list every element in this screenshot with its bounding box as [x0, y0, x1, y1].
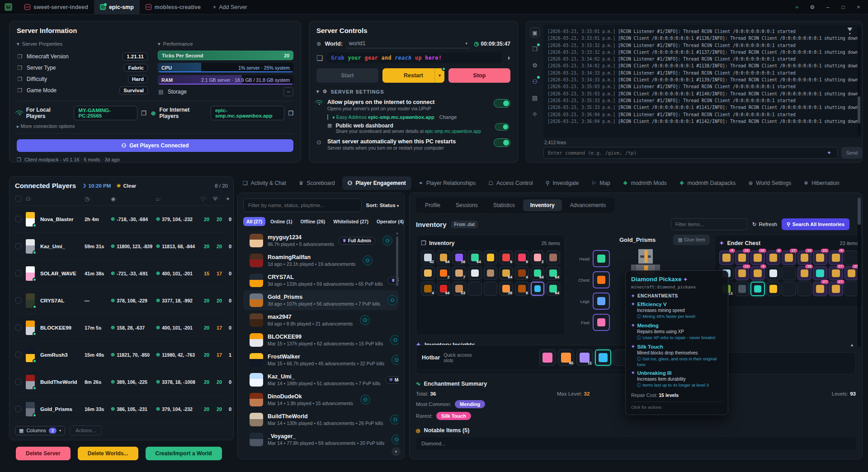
main-tab[interactable]: ☖ Access Control [483, 176, 538, 190]
server-settings-header[interactable]: ▾⚙SERVER SETTINGS [316, 89, 510, 94]
server-tab[interactable]: mobless-creative [140, 0, 207, 14]
engagement-list-item[interactable]: max2947 6d ago • 8.8h played • 21 advanc… [243, 310, 399, 330]
give-item-button[interactable]: ▦ Give Item [673, 235, 710, 245]
sort-select[interactable]: Sort: Status ▾ [366, 203, 399, 208]
engagement-list-item[interactable]: Kaz_Umi_ Mar 14 • 198h played • 51 advan… [243, 370, 399, 390]
refresh-button[interactable]: ↻Refresh [752, 221, 777, 227]
engagement-list-item[interactable]: DinoDudeOk Mar 14 • 1.8h played • 15 adv… [243, 390, 399, 410]
player-row[interactable]: SOLAR_WAVE 41m 38s ⊕-721, -33, -691 ⊕400… [15, 260, 228, 287]
item-slot[interactable]: 4 [719, 250, 734, 265]
main-tab[interactable]: ♛ Scoreboard [293, 176, 340, 190]
item-tooltip[interactable]: Diamond Pickaxe ✦ minecraft:diamond_pick… [625, 270, 728, 415]
item-slot[interactable] [484, 282, 498, 296]
item-slot[interactable] [766, 266, 781, 281]
item-slot[interactable]: 27 [844, 266, 859, 281]
item-slot[interactable]: 8 [515, 282, 529, 296]
item-slot[interactable]: 4 [515, 266, 529, 280]
share-icon[interactable]: ✥ [530, 109, 540, 119]
motd-input[interactable]: Grab your gear and reach up here! [327, 52, 502, 63]
engagement-list-item[interactable]: CRYS7AL 3d ago • 133h played • 59 advanc… [243, 270, 399, 290]
filter-chip[interactable]: Whitelisted (27) [330, 217, 372, 226]
storage-row[interactable]: ▤Storage– [158, 87, 293, 96]
item-slot[interactable]: 2 [531, 250, 545, 264]
main-tab[interactable]: ⚭ Player Relationships [413, 176, 481, 190]
armor-slot[interactable] [593, 250, 610, 267]
add-server-button[interactable]: +Add Server [207, 4, 254, 10]
backup-icon[interactable]: ❒ [530, 44, 540, 54]
delete-worlds-button[interactable]: Delete Worlds... [78, 447, 138, 460]
columns-button[interactable]: ▦Columns7▾ [15, 426, 65, 435]
item-slot[interactable]: 2 [437, 266, 451, 280]
dashboard-link[interactable]: epic-smp.mc.spawnbox.app [425, 129, 481, 134]
item-slot[interactable]: 64 [437, 282, 451, 296]
main-tab[interactable]: ❏ Activity & Chat [237, 176, 292, 190]
engagement-list-item[interactable]: BLOCKEE99 Mar 15 • 137h played • 62 adva… [243, 330, 399, 350]
start-button[interactable]: Start [316, 68, 378, 83]
player-row[interactable]: Nova_Blaster 2h 4m ⊕-718, -30, -684 ⊕379… [15, 206, 228, 233]
item-slot[interactable]: 27 [813, 282, 827, 296]
row-checkbox[interactable] [15, 324, 22, 331]
engagement-list-item[interactable]: myyguy1234 96.7h played • 5 advancements… [243, 231, 399, 250]
item-slot[interactable]: 16 [750, 250, 765, 265]
console-log[interactable]: [2026-03-23, 3:33:01 p.m.] [RCON Listene… [543, 25, 862, 138]
scroll-up-icon[interactable]: ▴ [396, 231, 399, 235]
copy-icon[interactable]: ❐ [141, 110, 146, 117]
property-value[interactable]: Hard [128, 75, 148, 83]
server-tab[interactable]: sweet-server-indeed [19, 0, 94, 14]
player-row[interactable]: CRYS7AL — ⊕378, 108, -229 ⊕3377, 18, -99… [15, 287, 228, 314]
armor-slot[interactable] [593, 314, 610, 331]
close-button[interactable]: × [852, 1, 865, 13]
player-filter-input[interactable] [243, 198, 362, 212]
performance-header[interactable]: ▾Performance [158, 41, 293, 47]
item-slot[interactable]: 21 [813, 250, 827, 265]
item-slot[interactable]: 27 [829, 282, 843, 296]
item-slot[interactable] [546, 250, 560, 264]
player-row[interactable]: BuildTheWorld 8m 26s ⊕389, 106, -225 ⊕33… [15, 368, 228, 396]
main-tab[interactable]: ❄ Hibernation [798, 176, 844, 190]
server-tab[interactable]: epic-smp [94, 0, 140, 14]
player-action-icon[interactable]: ⚇ [360, 315, 370, 325]
select-all-checkbox[interactable] [15, 195, 22, 202]
item-slot[interactable] [595, 349, 611, 366]
item-slot[interactable]: 45 [558, 349, 574, 366]
bed-column-icon[interactable]: ⌂ˆ [156, 196, 200, 202]
item-slot[interactable] [539, 349, 556, 366]
item-slot[interactable] [750, 282, 765, 296]
player-action-icon[interactable]: ⚇ [363, 255, 373, 265]
player-action-icon[interactable]: ⚇ [360, 395, 370, 405]
search-all-inventories-button[interactable]: ⚲Search All Inventories [782, 218, 849, 230]
create-import-world-button[interactable]: Create/Import a World [146, 447, 222, 460]
detail-scrollbar[interactable] [858, 198, 861, 347]
change-link[interactable]: Change [439, 114, 457, 120]
engagement-list-item[interactable]: BuildTheWorld Mar 14 • 130h played • 61 … [243, 410, 399, 430]
main-tab[interactable]: ⚐ Map [586, 176, 616, 190]
main-tab[interactable]: ⚲ Investigate [540, 176, 585, 190]
item-slot[interactable]: 64 [437, 250, 451, 264]
item-slot[interactable]: 4 [421, 282, 435, 296]
copy-icon[interactable]: ❐ [288, 110, 293, 117]
item-slot[interactable]: 10 [797, 250, 812, 265]
more-connection-options[interactable]: ▸ More connection options [17, 123, 293, 129]
position-column-icon[interactable]: ◉ˆ [111, 196, 156, 202]
minimize-button[interactable]: – [821, 1, 835, 13]
item-slot[interactable]: 26 [499, 282, 513, 296]
folder-icon[interactable]: ▤ [530, 93, 540, 103]
item-slot[interactable] [797, 282, 812, 296]
collapse-button[interactable]: ▴ [851, 342, 853, 347]
item-slot[interactable] [766, 282, 781, 296]
row-checkbox[interactable] [15, 406, 22, 412]
internet-address[interactable]: epic-smp.mc.spawnbox.app [211, 106, 284, 120]
item-slot[interactable]: 11 [576, 349, 593, 366]
item-slot[interactable]: 64 [531, 266, 545, 280]
scrollbar-thumb[interactable] [396, 236, 398, 286]
palette-icon[interactable]: ◑ [506, 54, 510, 62]
player-action-icon[interactable]: ⚇ [382, 236, 392, 245]
players-column-icon[interactable]: ⚇ˆ [26, 196, 40, 202]
main-tab[interactable]: ❖ modrinth Datapacks [674, 176, 741, 190]
food-column-icon[interactable]: Ψˆ [213, 196, 226, 202]
filter-funnel-icon[interactable] [847, 28, 852, 31]
terminal-icon[interactable]: ▣ [530, 28, 540, 38]
engagement-list-item[interactable]: RoamingRailfan 1d ago • 23.1h played • 1… [243, 250, 399, 270]
detail-tab[interactable]: Advancements [563, 199, 613, 211]
activity-icon[interactable]: ≈ [790, 1, 804, 13]
